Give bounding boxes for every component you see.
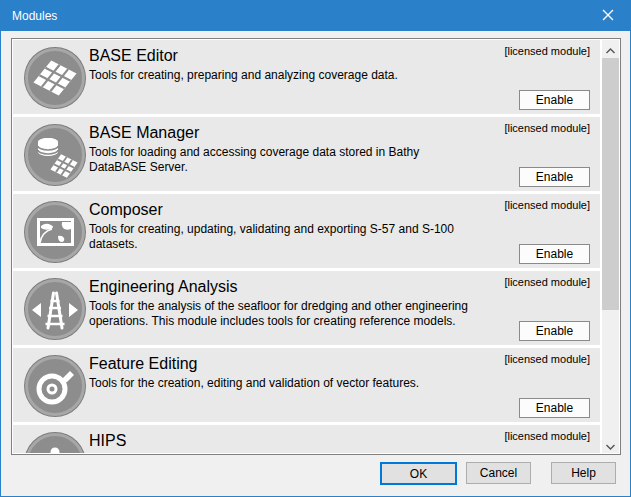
vertical-scrollbar[interactable]: [602, 40, 619, 453]
module-description: Tools for creating, preparing and analyz…: [89, 68, 590, 83]
enable-button[interactable]: Enable: [519, 167, 590, 187]
enable-button[interactable]: Enable: [519, 398, 590, 418]
chevron-down-icon: [606, 436, 615, 454]
module-row[interactable]: Engineering Analysis Tools for the analy…: [13, 271, 600, 345]
close-button[interactable]: [585, 1, 630, 31]
modules-dialog: Modules BASE Editor Tools for creating, …: [0, 0, 631, 497]
module-list-box: BASE Editor Tools for creating, preparin…: [11, 38, 621, 455]
scroll-down-button[interactable]: [602, 436, 619, 453]
scrollbar-track[interactable]: [602, 57, 619, 436]
module-row[interactable]: Feature Editing Tools for the creation, …: [13, 348, 600, 422]
help-button[interactable]: Help: [551, 462, 616, 484]
license-badge: [licensed module]: [504, 353, 590, 365]
module-row[interactable]: Composer Tools for creating, updating, v…: [13, 194, 600, 268]
module-list: BASE Editor Tools for creating, preparin…: [13, 40, 600, 453]
hips-icon: [25, 433, 85, 453]
module-row[interactable]: HIPS [licensed module]: [13, 425, 600, 453]
chevron-up-icon: [606, 40, 615, 58]
module-row[interactable]: BASE Manager Tools for loading and acces…: [13, 117, 600, 191]
enable-button[interactable]: Enable: [519, 90, 590, 110]
close-icon: [602, 7, 614, 25]
module-row[interactable]: BASE Editor Tools for creating, preparin…: [13, 40, 600, 114]
license-badge: [licensed module]: [504, 199, 590, 211]
titlebar: Modules: [1, 1, 630, 31]
license-badge: [licensed module]: [504, 122, 590, 134]
scroll-up-button[interactable]: [602, 40, 619, 57]
module-description: Tools for creating, updating, validating…: [89, 222, 590, 252]
license-badge: [licensed module]: [504, 45, 590, 57]
scrollbar-thumb[interactable]: [602, 58, 619, 310]
license-badge: [licensed module]: [504, 430, 590, 442]
feature-editing-icon: [25, 356, 85, 416]
enable-button[interactable]: Enable: [519, 244, 590, 264]
module-description: Tools for the creation, editing and vali…: [89, 376, 590, 391]
engineering-analysis-icon: [25, 279, 85, 339]
module-description: Tools for loading and accessing coverage…: [89, 145, 590, 175]
enable-button[interactable]: Enable: [519, 321, 590, 341]
cancel-button[interactable]: Cancel: [466, 462, 531, 484]
composer-icon: [25, 202, 85, 262]
ok-button[interactable]: OK: [380, 462, 457, 485]
base-manager-icon: [25, 125, 85, 185]
window-title: Modules: [12, 9, 57, 23]
license-badge: [licensed module]: [504, 276, 590, 288]
module-description: Tools for the analysis of the seafloor f…: [89, 299, 590, 329]
base-editor-icon: [25, 48, 85, 108]
